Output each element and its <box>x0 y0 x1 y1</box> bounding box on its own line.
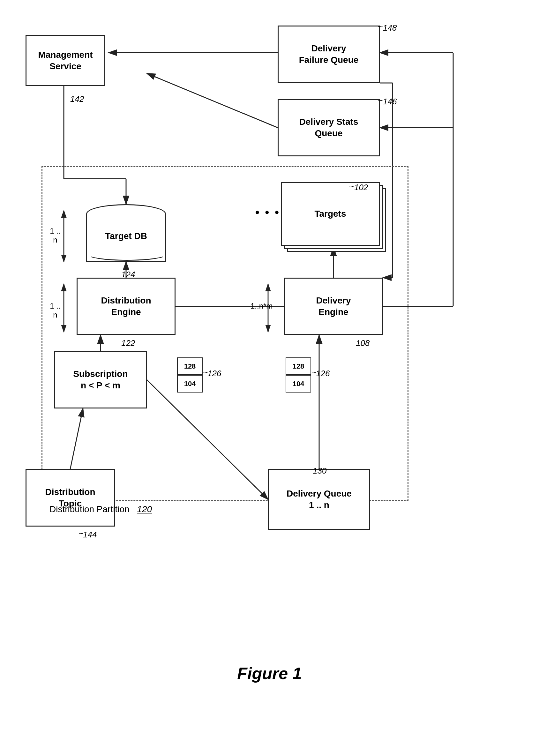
diagram-container: Management Service 142 DeliveryFailure Q… <box>0 0 539 702</box>
tilde-146: ~ <box>378 96 383 105</box>
figure-caption: Figure 1 <box>0 664 539 683</box>
delivery-failure-queue-box: DeliveryFailure Queue <box>278 26 380 83</box>
scale-1n-distengine: 1 .. n <box>47 302 63 320</box>
tilde-102: ~ <box>349 181 354 191</box>
delivery-engine-label: DeliveryEngine <box>316 295 351 318</box>
partition-label-container: Distribution Partition 120 <box>49 504 152 514</box>
plugin-box-128b: 128 <box>286 357 311 375</box>
plugin-group-left: 128 104 <box>177 357 203 393</box>
tilde-144: ~ <box>79 528 83 538</box>
partition-number-underline: 120 <box>137 504 152 514</box>
tilde-148: ~ <box>378 22 383 32</box>
target-db-label: Target DB <box>86 217 166 255</box>
ref-148: 148 <box>383 23 397 33</box>
management-service-label: Management Service <box>27 49 104 72</box>
tilde-126a: ~ <box>203 367 208 377</box>
partition-number: 120 <box>137 504 152 514</box>
subscription-box: Subscriptionn < P < m <box>54 351 147 409</box>
plugin-box-128a: 128 <box>177 357 203 375</box>
delivery-queue-box: Delivery Queue1 .. n <box>268 469 370 530</box>
dots-targets: • • • <box>255 206 280 219</box>
ref-130: 130 <box>313 466 327 476</box>
distribution-topic-box: DistributionTopic <box>26 469 115 527</box>
figure-text: Figure 1 <box>237 664 302 683</box>
management-service-box: Management Service <box>26 35 105 86</box>
ref-142: 142 <box>70 94 84 104</box>
ref-126a: 126 <box>207 369 221 378</box>
ref-102: 102 <box>354 183 368 192</box>
tilde-126b: ~ <box>311 367 316 377</box>
delivery-stats-queue-box: Delivery StatsQueue <box>278 99 380 156</box>
delivery-queue-label: Delivery Queue1 .. n <box>286 488 352 511</box>
ref-108: 108 <box>356 338 369 348</box>
plugin-box-104b: 104 <box>286 375 311 393</box>
subscription-label: Subscriptionn < P < m <box>73 368 128 392</box>
distribution-engine-label: DistributionEngine <box>101 295 151 318</box>
delivery-engine-box: DeliveryEngine <box>284 278 383 335</box>
plugin-group-right: 128 104 <box>286 357 311 393</box>
ref-126b: 126 <box>316 369 330 378</box>
ref-146: 146 <box>383 97 397 107</box>
svg-line-3 <box>147 73 278 128</box>
partition-text: Distribution Partition <box>49 504 129 514</box>
ref-122: 122 <box>121 338 135 348</box>
distribution-engine-box: DistributionEngine <box>77 278 176 335</box>
scale-1n-targetdb: 1 .. n <box>47 227 63 245</box>
scale-1nm-delivery: 1..n*m <box>251 302 270 311</box>
stats-queue-label: Delivery StatsQueue <box>299 116 358 139</box>
failure-queue-label: DeliveryFailure Queue <box>299 43 359 66</box>
plugin-box-104a: 104 <box>177 375 203 393</box>
ref-144: 144 <box>83 530 97 540</box>
